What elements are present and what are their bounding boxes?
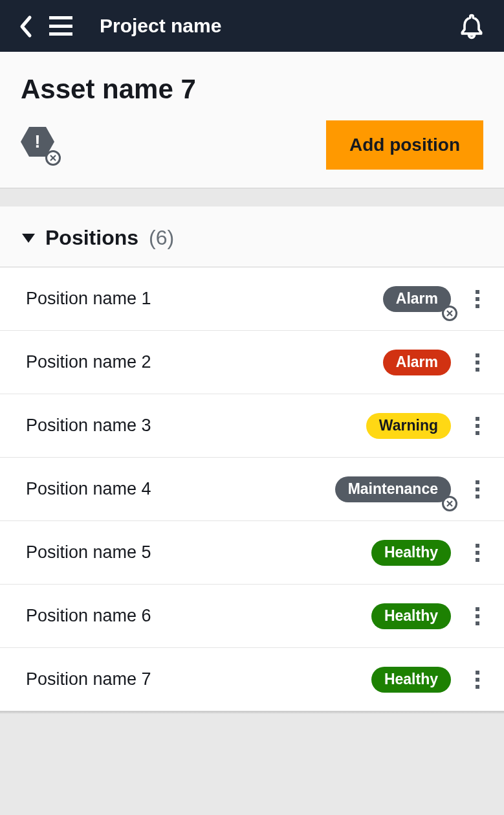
- kebab-dot-icon: [476, 480, 479, 484]
- hamburger-icon: [49, 32, 72, 36]
- asset-header: Asset name 7 ! Add position: [0, 52, 504, 188]
- kebab-dot-icon: [476, 424, 479, 428]
- mute-overlay-icon: [45, 150, 61, 166]
- chevron-left-icon: [18, 15, 32, 38]
- row-menu-button[interactable]: [468, 413, 487, 439]
- hamburger-icon: [49, 16, 72, 19]
- list-bottom-shadow: [0, 711, 504, 714]
- position-row[interactable]: Position name 5Healthy: [0, 521, 504, 585]
- mute-overlay-icon: [442, 496, 457, 511]
- kebab-dot-icon: [476, 671, 479, 675]
- position-row[interactable]: Position name 6Healthy: [0, 585, 504, 648]
- position-name: Position name 4: [26, 479, 335, 499]
- position-name: Position name 2: [26, 352, 383, 372]
- kebab-dot-icon: [476, 607, 479, 611]
- kebab-dot-icon: [476, 487, 479, 491]
- menu-button[interactable]: [49, 16, 72, 36]
- kebab-dot-icon: [476, 495, 479, 498]
- status-badge-wrapper: Healthy: [371, 540, 451, 566]
- kebab-dot-icon: [476, 621, 479, 625]
- add-position-button[interactable]: Add position: [326, 120, 483, 170]
- section-gap: [0, 188, 504, 207]
- status-badge: Healthy: [371, 667, 451, 693]
- status-badge: Healthy: [371, 540, 451, 566]
- kebab-dot-icon: [476, 685, 479, 689]
- kebab-dot-icon: [476, 678, 479, 682]
- kebab-dot-icon: [476, 304, 479, 308]
- asset-actions-row: ! Add position: [21, 120, 483, 170]
- kebab-dot-icon: [476, 297, 479, 301]
- asset-status-icon: !: [21, 127, 58, 163]
- status-badge: Healthy: [371, 603, 451, 629]
- kebab-dot-icon: [476, 551, 479, 555]
- positions-list: Position name 1AlarmPosition name 2Alarm…: [0, 267, 504, 711]
- disclosure-triangle-icon: [22, 234, 35, 243]
- hamburger-icon: [49, 25, 72, 28]
- position-name: Position name 5: [26, 542, 371, 563]
- back-button[interactable]: [18, 15, 31, 37]
- row-menu-button[interactable]: [468, 350, 487, 375]
- project-title: Project name: [100, 15, 221, 37]
- position-row[interactable]: Position name 2Alarm: [0, 331, 504, 394]
- status-badge-wrapper: Healthy: [371, 667, 451, 693]
- status-badge-wrapper: Maintenance: [335, 476, 451, 502]
- position-name: Position name 1: [26, 289, 383, 309]
- position-row[interactable]: Position name 3Warning: [0, 394, 504, 458]
- positions-count: (6): [149, 226, 174, 250]
- row-menu-button[interactable]: [468, 476, 487, 502]
- notifications-button[interactable]: [457, 12, 486, 40]
- kebab-dot-icon: [476, 614, 479, 618]
- position-row[interactable]: Position name 4Maintenance: [0, 458, 504, 521]
- top-navbar: Project name: [0, 0, 504, 52]
- row-menu-button[interactable]: [468, 540, 487, 566]
- status-badge-wrapper: Healthy: [371, 603, 451, 629]
- kebab-dot-icon: [476, 431, 479, 435]
- position-name: Position name 7: [26, 669, 371, 689]
- position-name: Position name 3: [26, 416, 366, 436]
- mute-overlay-icon: [442, 306, 457, 321]
- exclamation-icon: !: [34, 131, 40, 152]
- kebab-dot-icon: [476, 361, 479, 364]
- asset-title: Asset name 7: [21, 74, 483, 105]
- kebab-dot-icon: [476, 368, 479, 372]
- row-menu-button[interactable]: [468, 603, 487, 629]
- row-menu-button[interactable]: [468, 286, 487, 312]
- position-row[interactable]: Position name 7Healthy: [0, 648, 504, 711]
- positions-section-header[interactable]: Positions (6): [0, 207, 504, 267]
- status-badge-wrapper: Alarm: [383, 350, 451, 375]
- position-name: Position name 6: [26, 606, 371, 626]
- status-badge: Alarm: [383, 350, 451, 375]
- position-row[interactable]: Position name 1Alarm: [0, 267, 504, 331]
- status-badge-wrapper: Warning: [366, 413, 451, 439]
- status-badge: Warning: [366, 413, 451, 439]
- nav-left-group: Project name: [18, 15, 221, 37]
- row-menu-button[interactable]: [468, 667, 487, 693]
- status-badge-wrapper: Alarm: [383, 286, 451, 312]
- kebab-dot-icon: [476, 417, 479, 421]
- bell-icon: [457, 12, 486, 40]
- status-badge: Alarm: [383, 286, 451, 312]
- kebab-dot-icon: [476, 544, 479, 548]
- kebab-dot-icon: [476, 353, 479, 357]
- status-badge: Maintenance: [335, 476, 451, 502]
- kebab-dot-icon: [476, 558, 479, 562]
- positions-label: Positions: [45, 226, 138, 250]
- kebab-dot-icon: [476, 290, 479, 294]
